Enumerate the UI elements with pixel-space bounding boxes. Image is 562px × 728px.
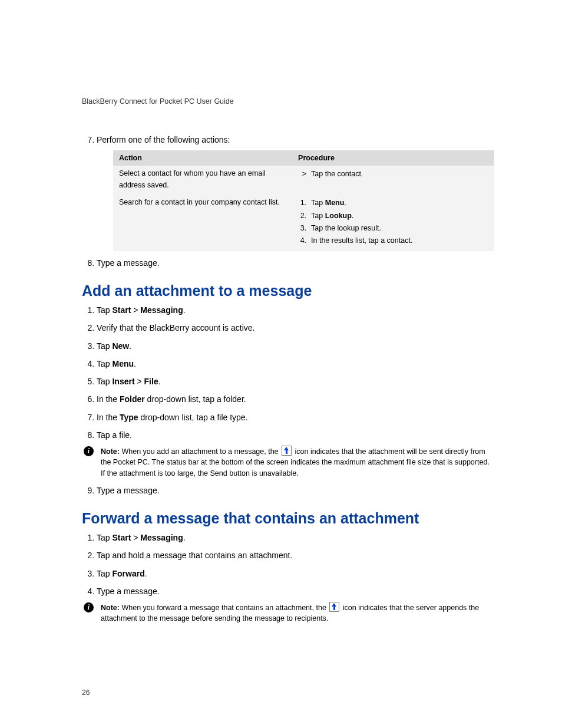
cell-procedure: > Tap the contact. <box>292 166 494 195</box>
proc-marker: 3. <box>298 223 306 234</box>
page: BlackBerry Connect for Pocket PC User Gu… <box>0 0 562 728</box>
note-block: i Note: When you add an attachment to a … <box>84 446 494 478</box>
page-number: 26 <box>82 689 494 697</box>
info-icon: i <box>84 602 94 612</box>
proc-marker: > <box>298 169 306 180</box>
proc-text: Tap Lookup. <box>311 210 353 222</box>
note-text: Note: When you add an attachment to a me… <box>101 446 494 478</box>
step: Tap Insert > File. <box>97 375 494 387</box>
proc-text: In the results list, tap a contact. <box>311 235 412 246</box>
step-8-text: Type a message. <box>97 258 160 268</box>
step-list-7: Perform one of the following actions: Ac… <box>82 134 494 269</box>
proc-text: Tap Menu. <box>311 197 346 209</box>
proc-marker: 1. <box>298 197 306 209</box>
cell-action: Search for a contact in your company con… <box>113 195 292 251</box>
step: Type a message. i Note: When you forward… <box>97 585 494 624</box>
step-7: Perform one of the following actions: Ac… <box>97 134 494 251</box>
proc-marker: 2. <box>298 210 306 222</box>
step: Tap a file. i Note: When you add an atta… <box>97 429 494 479</box>
action-table: Action Procedure Select a contact for wh… <box>113 150 494 251</box>
table-row: Select a contact for whom you have an em… <box>113 166 494 195</box>
note-text: Note: When you forward a message that co… <box>101 602 494 624</box>
section-heading-forward: Forward a message that contains an attac… <box>82 509 494 527</box>
step-8: Type a message. <box>97 257 494 269</box>
step: In the Folder drop-down list, tap a fold… <box>97 393 494 405</box>
section-heading-add-attachment: Add an attachment to a message <box>82 282 494 299</box>
proc-item: > Tap the contact. <box>298 168 488 180</box>
action-table-wrap: Action Procedure Select a contact for wh… <box>113 150 494 251</box>
cell-procedure: 1. Tap Menu. 2. Tap Lookup. 3. <box>292 195 494 251</box>
proc-item: 2. Tap Lookup. <box>298 210 488 222</box>
th-action: Action <box>113 150 292 166</box>
step: Tap Start > Messaging. <box>97 304 494 316</box>
step: Tap New. <box>97 340 494 352</box>
th-procedure: Procedure <box>292 150 494 166</box>
table-row: Search for a contact in your company con… <box>113 195 494 251</box>
step: Tap Forward. <box>97 568 494 579</box>
proc-text: Tap the lookup result. <box>311 223 381 234</box>
section-a-steps: Tap Start > Messaging. Verify that the B… <box>82 304 494 496</box>
note-block: i Note: When you forward a message that … <box>84 602 494 624</box>
proc-text: Tap the contact. <box>311 169 363 180</box>
step-7-text: Perform one of the following actions: <box>97 135 230 144</box>
cell-action: Select a contact for whom you have an em… <box>113 166 292 195</box>
upload-arrow-icon <box>282 446 292 456</box>
info-icon: i <box>84 446 94 456</box>
document-header: BlackBerry Connect for Pocket PC User Gu… <box>82 97 494 106</box>
proc-item: 1. Tap Menu. <box>298 197 488 209</box>
proc-marker: 4. <box>298 235 306 246</box>
step: Tap and hold a message that contains an … <box>97 549 494 561</box>
step: Type a message. <box>97 485 494 496</box>
upload-arrow-icon <box>329 602 339 612</box>
step: In the Type drop-down list, tap a file t… <box>97 411 494 423</box>
section-b-steps: Tap Start > Messaging. Tap and hold a me… <box>82 532 494 624</box>
step: Tap Start > Messaging. <box>97 532 494 543</box>
proc-item: 3. Tap the lookup result. <box>298 222 488 235</box>
proc-item: 4. In the results list, tap a contact. <box>298 235 488 247</box>
step: Tap Menu. <box>97 358 494 370</box>
step: Verify that the BlackBerry account is ac… <box>97 322 494 334</box>
